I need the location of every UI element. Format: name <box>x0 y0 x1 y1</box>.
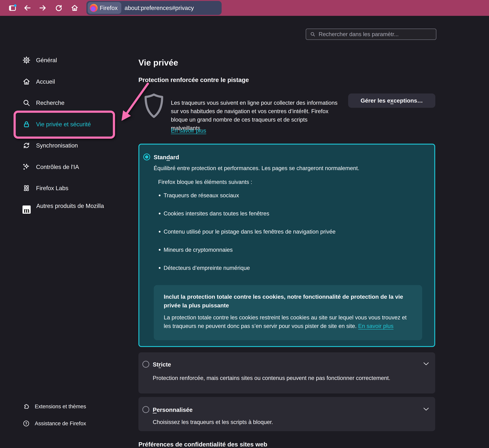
sidebar-item-label: Recherche <box>36 99 65 106</box>
svg-text:?: ? <box>25 422 27 425</box>
list-item: Cookies intersites dans toutes les fenêt… <box>158 210 335 217</box>
url-bar[interactable]: Firefox about:preferences#privacy <box>86 1 222 15</box>
sidebar-item-more-mozilla[interactable]: m Autres produits de Mozilla <box>23 201 108 209</box>
sync-icon <box>23 142 30 149</box>
sidebar-item-label: Autres produits de Mozilla <box>36 201 108 211</box>
shield-icon <box>143 91 165 121</box>
standard-option-card[interactable]: Standard Équilibré entre protection et p… <box>139 144 435 347</box>
search-icon <box>23 99 30 107</box>
sidebar-item-firefox-labs[interactable]: Firefox Labs <box>23 184 68 192</box>
sidebar-item-label: Extensions et thèmes <box>35 403 86 409</box>
sidebar-item-extensions-themes[interactable]: Extensions et thèmes <box>23 403 86 410</box>
strict-description: Protection renforcée, mais certains site… <box>153 374 416 382</box>
firefox-preferences-privacy-page: { "colors":{ "topbar":"#a23b63","accent_… <box>0 0 489 448</box>
atom-icon <box>23 184 30 192</box>
custom-description: Choisissez les traqueurs et les scripts … <box>153 418 416 426</box>
custom-option-card[interactable]: Personnalisée Choisissez les traqueurs e… <box>139 397 435 431</box>
sidebar-item-ai-controls[interactable]: Contrôles de l'IA <box>23 163 79 171</box>
forward-icon[interactable] <box>39 4 47 12</box>
sidebar-item-home[interactable]: Accueil <box>23 78 55 85</box>
reload-icon[interactable] <box>55 4 63 12</box>
annotation-highlight-box <box>14 111 115 139</box>
window-icon[interactable] <box>8 3 17 12</box>
sidebar-item-label: Contrôles de l'IA <box>36 163 79 170</box>
manage-exceptions-button[interactable]: Gérer les exceptions… <box>348 94 435 108</box>
sidebar-item-label: Accueil <box>36 78 55 85</box>
sidebar-item-label: Général <box>36 57 57 64</box>
search-icon <box>310 32 316 37</box>
back-icon[interactable] <box>23 4 32 12</box>
url-text: about:preferences#privacy <box>125 4 194 11</box>
list-item: Traqueurs de réseaux sociaux <box>158 192 335 199</box>
sidebar-item-sync[interactable]: Synchronisation <box>23 142 78 149</box>
sidebar-item-firefox-support[interactable]: ? Assistance de Firefox <box>23 420 86 427</box>
note-learn-more-link[interactable]: En savoir plus <box>358 323 393 329</box>
home-icon[interactable] <box>71 4 79 12</box>
website-privacy-preferences-title: Préférences de confidentialité des sites… <box>139 441 267 448</box>
puzzle-icon <box>23 403 30 410</box>
help-icon: ? <box>23 420 30 427</box>
list-item: Détecteurs d’empreinte numérique <box>158 265 335 271</box>
sidebar-item-label: Firefox Labs <box>36 185 68 192</box>
sidebar-item-label: Assistance de Firefox <box>35 420 86 426</box>
total-cookie-protection-note: Inclut la protection totale contre les c… <box>154 285 422 340</box>
note-body: La protection totale contre les cookies … <box>164 313 412 330</box>
strict-option-card[interactable]: Stricte Protection renforcée, mais certa… <box>139 352 435 393</box>
chevron-down-icon[interactable] <box>423 407 429 411</box>
settings-search-input[interactable]: Rechercher dans les paramètr... <box>306 29 436 40</box>
blocked-items-list: Traqueurs de réseaux sociauxCookies inte… <box>158 192 335 283</box>
sidebar-item-general[interactable]: Général <box>23 56 57 64</box>
standard-radio[interactable] <box>143 153 150 160</box>
sidebar-item-search[interactable]: Recherche <box>23 99 65 107</box>
gear-icon <box>23 56 30 64</box>
tracking-protection-description: Les traqueurs vous suivent en ligne pour… <box>171 99 338 132</box>
custom-radio[interactable] <box>142 406 149 413</box>
custom-label: Personnalisée <box>153 406 193 413</box>
list-item: Contenu utilisé pour le pistage dans les… <box>158 228 335 235</box>
page-title: Vie privée <box>139 58 178 67</box>
firefox-logo-icon <box>90 4 98 12</box>
strict-label: Stricte <box>153 361 171 368</box>
home-icon <box>23 78 30 86</box>
browser-toolbar: Firefox about:preferences#privacy <box>0 0 489 16</box>
strict-radio[interactable] <box>142 361 149 368</box>
chevron-down-icon[interactable] <box>423 362 429 366</box>
identity-label: Firefox <box>100 4 118 11</box>
identity-chip[interactable]: Firefox <box>88 2 121 14</box>
standard-description: Équilibré entre protection et performanc… <box>154 164 430 172</box>
search-placeholder: Rechercher dans les paramètr... <box>319 31 399 37</box>
note-title: Inclut la protection totale contre les c… <box>164 292 412 310</box>
learn-more-link[interactable]: En savoir plus <box>171 128 206 134</box>
section-title: Protection renforcée contre le pistage <box>139 76 249 83</box>
blocks-intro: Firefox bloque les éléments suivants : <box>158 179 252 185</box>
standard-label: Standard <box>154 154 179 161</box>
sparkle-icon <box>23 163 30 171</box>
mozilla-icon: m <box>23 206 31 214</box>
sidebar-item-label: Synchronisation <box>36 142 78 149</box>
list-item: Mineurs de cryptomonnaies <box>158 247 335 253</box>
